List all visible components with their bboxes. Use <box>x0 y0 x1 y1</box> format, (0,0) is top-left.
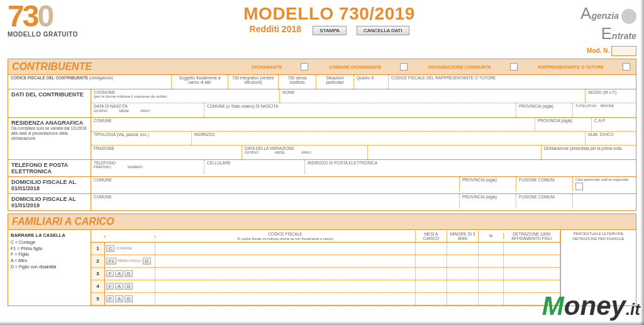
btn-f3[interactable]: F <box>106 270 114 277</box>
chk-congiunta: DICHIARAZIONE CONGIUNTA <box>428 65 491 69</box>
clear-button[interactable]: CANCELLA DATI <box>357 26 409 35</box>
print-button[interactable]: STAMPA <box>313 26 347 35</box>
label-730integ: 730 integrativo (vedere istruzioni) <box>228 75 279 89</box>
label-nome: NOME <box>280 89 586 103</box>
label-cf-contrib: CODICE FISCALE DEL CONTRIBUENTE <box>11 76 88 80</box>
label-comune-res: COMUNE <box>91 118 535 131</box>
mod-n-input[interactable] <box>611 46 636 56</box>
agenzia-logo: Agenzia Entrate <box>580 4 636 43</box>
form-title: MODELLO 730/2019 <box>91 4 568 24</box>
fam-row-5: 5 FAD <box>91 293 560 305</box>
hdr-minore: MINORE DI 3 ANNI <box>447 231 479 241</box>
label-prov-dom19: PROVINCIA (sigla) <box>460 194 516 208</box>
form-subtitle: Redditi 2018 <box>250 24 301 34</box>
label-prov: PROVINCIA (sigla) <box>516 103 573 117</box>
label-email: INDIRIZZO DI POSTA ELETTRONICA <box>305 160 636 174</box>
label-cellulare: CELLULARE <box>204 160 305 174</box>
btn-a4[interactable]: A <box>115 283 123 290</box>
label-fusione19: FUSIONE COMUNI <box>516 194 573 208</box>
label-prov-res: PROVINCIA (sigla) <box>535 118 592 131</box>
chk-rappresentante: RAPPRESENTANTE O TUTORE <box>538 65 604 69</box>
emblem-icon <box>621 9 636 24</box>
familiari-legend: BARRARE LA CASELLA C = Coniuge F1 = Prim… <box>8 230 91 305</box>
label-telefono: TELEFONO <box>94 161 201 165</box>
side-dom2018: DOMICILIO FISCALE AL 01/01/2018 <box>11 179 87 191</box>
label-indirizzo: INDIRIZZO <box>192 132 586 145</box>
label-cognome: COGNOME <box>94 90 277 94</box>
label-fusione18: FUSIONE COMUNI <box>516 177 573 191</box>
section-contribuente: CONTRIBUENTE <box>12 61 92 72</box>
label-comune-dom18: COMUNE <box>91 177 460 191</box>
label-comune-dom19: COMUNE <box>91 194 460 208</box>
btn-d4[interactable]: D <box>125 283 133 290</box>
label-casi: Casi particolari add.le regionale <box>575 178 633 181</box>
side-dom2019: DOMICILIO FISCALE AL 01/01/2019 <box>11 196 87 208</box>
hdr-percent: % <box>479 233 504 239</box>
hdr-mesi: MESI A CARICO <box>416 231 447 241</box>
label-situazioni: Situazioni particolari <box>316 75 354 89</box>
btn-d2[interactable]: D <box>143 258 151 265</box>
checkbox-casi[interactable] <box>575 183 583 190</box>
checkbox-rappresentante[interactable] <box>623 63 630 71</box>
btn-f5[interactable]: F <box>106 295 114 302</box>
mod-n-label: Mod. N. <box>587 47 609 54</box>
section-familiari: FAMILIARI A CARICO <box>12 216 114 227</box>
logo-subtitle: MODELLO GRATUITO <box>8 31 78 38</box>
btn-d3[interactable]: D <box>125 270 133 277</box>
btn-a3[interactable]: A <box>115 270 123 277</box>
label-cap: C.A.P. <box>592 118 636 131</box>
label-data-var: DATA DELLA VARIAZIONE <box>245 146 365 151</box>
fam-row-2: 2 F1PRIMO FIGLIOD <box>91 255 560 268</box>
watermark-money: Money.it <box>542 291 640 321</box>
label-prov-dom18: PROVINCIA (sigla) <box>460 177 516 191</box>
label-dich-prima: Dichiarazione presentata per la prima vo… <box>541 145 636 159</box>
fam-row-4: 4 FAD <box>91 280 560 293</box>
hdr-detrazione: DETRAZIONE 100% AFFIDAMENTO FIGLI <box>504 231 560 241</box>
label-sesso: SESSO (M o F) <box>586 89 636 103</box>
hdr-cf: CODICE FISCALE <box>268 232 302 236</box>
btn-f1[interactable]: F1 <box>106 258 116 265</box>
label-cf-rappr: CODICE FISCALE DEL RAPPRESENTANTE O TUTO… <box>389 75 636 89</box>
checkbox-congiunta[interactable] <box>510 63 518 71</box>
btn-c[interactable]: C <box>106 245 114 252</box>
label-numcivico: NUM. CIVICO <box>586 132 636 145</box>
label-comune-nascita: COMUNE (o Stato estero) DI NASCITA <box>204 103 516 117</box>
side-telefono: TELEFONO E POSTA ELETTRONICA <box>11 162 87 174</box>
btn-d5[interactable]: D <box>125 295 133 302</box>
side-dati-contrib: DATI DEL CONTRIBUENTE <box>11 91 87 98</box>
chk-coniuge: CONIUGE DICHIARANTE <box>329 65 381 69</box>
label-frazione: FRAZIONE <box>91 145 242 159</box>
label-data-nascita: DATA DI NASCITA <box>94 104 201 108</box>
label-730senza: 730 senza sostituto <box>279 75 316 89</box>
logo-730: 730 MODELLO GRATUITO <box>8 4 78 38</box>
checkbox-dichiarante[interactable] <box>301 63 308 71</box>
side-residenza: RESIDENZA ANAGRAFICA <box>11 120 87 126</box>
btn-a5[interactable]: A <box>115 295 123 302</box>
label-quadrok: Quadro K <box>354 75 389 89</box>
label-soggetto: Soggetto fiscalmente a carico di altri <box>172 75 228 89</box>
fam-row-3: 3 FAD <box>91 268 560 280</box>
label-tipologia: TIPOLOGIA (Via, piazza, ecc.) <box>91 132 192 145</box>
checkbox-coniuge[interactable] <box>400 63 408 71</box>
chk-dichiarante: DICHIARANTE <box>252 65 282 69</box>
fam-row-1: 1 CCONIUGE <box>91 242 560 255</box>
btn-f4[interactable]: F <box>106 283 114 290</box>
